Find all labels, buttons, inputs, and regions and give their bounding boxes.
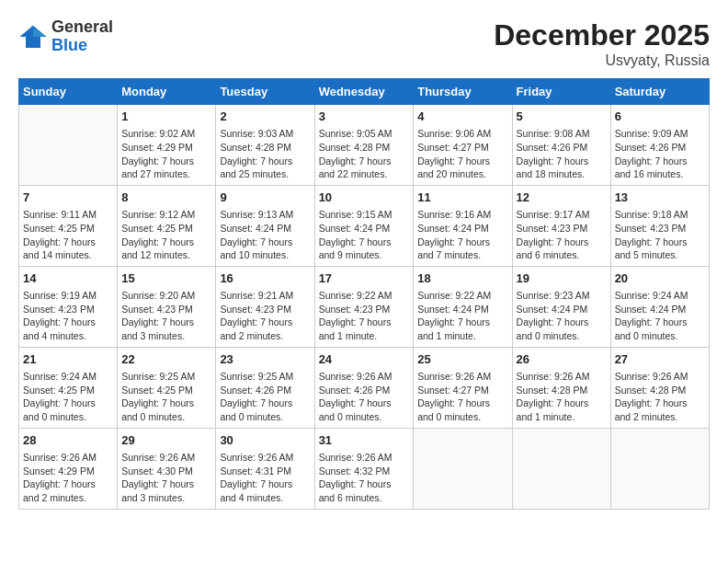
calendar-cell: [610, 428, 709, 509]
calendar-cell: [414, 428, 512, 509]
calendar-cell: 3Sunrise: 9:05 AM Sunset: 4:28 PM Daylig…: [314, 105, 414, 186]
logo-general: General: [51, 17, 113, 36]
day-info: Sunrise: 9:03 AM Sunset: 4:28 PM Dayligh…: [220, 127, 310, 181]
logo: General Blue: [18, 18, 113, 55]
calendar-cell: 12Sunrise: 9:17 AM Sunset: 4:23 PM Dayli…: [512, 185, 610, 266]
day-number: 15: [121, 270, 211, 287]
day-info: Sunrise: 9:26 AM Sunset: 4:30 PM Dayligh…: [121, 451, 211, 505]
calendar-cell: 4Sunrise: 9:06 AM Sunset: 4:27 PM Daylig…: [414, 105, 512, 186]
day-number: 18: [417, 270, 507, 287]
calendar-cell: 31Sunrise: 9:26 AM Sunset: 4:32 PM Dayli…: [314, 428, 414, 509]
day-info: Sunrise: 9:08 AM Sunset: 4:26 PM Dayligh…: [517, 127, 607, 181]
calendar-cell: 15Sunrise: 9:20 AM Sunset: 4:23 PM Dayli…: [118, 266, 216, 347]
calendar-cell: 23Sunrise: 9:25 AM Sunset: 4:26 PM Dayli…: [216, 347, 314, 428]
calendar-week-row: 14Sunrise: 9:19 AM Sunset: 4:23 PM Dayli…: [19, 266, 710, 347]
day-number: 10: [319, 190, 410, 206]
calendar-cell: 18Sunrise: 9:22 AM Sunset: 4:24 PM Dayli…: [414, 266, 512, 347]
calendar-cell: 20Sunrise: 9:24 AM Sunset: 4:24 PM Dayli…: [610, 266, 709, 347]
day-number: 1: [121, 109, 211, 125]
calendar-cell: 21Sunrise: 9:24 AM Sunset: 4:25 PM Dayli…: [19, 347, 118, 428]
day-info: Sunrise: 9:11 AM Sunset: 4:25 PM Dayligh…: [23, 208, 113, 262]
calendar-cell: 27Sunrise: 9:26 AM Sunset: 4:28 PM Dayli…: [610, 347, 709, 428]
day-info: Sunrise: 9:15 AM Sunset: 4:24 PM Dayligh…: [319, 208, 410, 262]
day-number: 3: [319, 109, 410, 125]
calendar-cell: 29Sunrise: 9:26 AM Sunset: 4:30 PM Dayli…: [118, 428, 216, 509]
calendar-week-row: 21Sunrise: 9:24 AM Sunset: 4:25 PM Dayli…: [19, 347, 710, 428]
day-info: Sunrise: 9:26 AM Sunset: 4:32 PM Dayligh…: [319, 451, 410, 505]
day-info: Sunrise: 9:26 AM Sunset: 4:28 PM Dayligh…: [517, 370, 607, 424]
day-info: Sunrise: 9:26 AM Sunset: 4:31 PM Dayligh…: [220, 451, 310, 505]
day-number: 4: [417, 109, 507, 125]
day-info: Sunrise: 9:26 AM Sunset: 4:28 PM Dayligh…: [615, 370, 705, 424]
logo-icon: [18, 22, 48, 52]
day-number: 29: [121, 432, 211, 449]
calendar-cell: [512, 428, 610, 509]
calendar-header-tuesday: Tuesday: [216, 79, 314, 105]
day-info: Sunrise: 9:22 AM Sunset: 4:23 PM Dayligh…: [319, 289, 410, 343]
day-number: 16: [220, 270, 310, 287]
day-info: Sunrise: 9:09 AM Sunset: 4:26 PM Dayligh…: [615, 127, 705, 181]
calendar-cell: 17Sunrise: 9:22 AM Sunset: 4:23 PM Dayli…: [314, 266, 414, 347]
calendar-cell: 25Sunrise: 9:26 AM Sunset: 4:27 PM Dayli…: [414, 347, 512, 428]
day-number: 17: [319, 270, 410, 287]
day-number: 23: [220, 351, 310, 368]
day-info: Sunrise: 9:26 AM Sunset: 4:26 PM Dayligh…: [319, 370, 410, 424]
day-number: 25: [417, 351, 507, 368]
calendar-cell: 26Sunrise: 9:26 AM Sunset: 4:28 PM Dayli…: [512, 347, 610, 428]
day-number: 26: [517, 351, 607, 368]
calendar-cell: 6Sunrise: 9:09 AM Sunset: 4:26 PM Daylig…: [610, 105, 709, 186]
calendar-week-row: 7Sunrise: 9:11 AM Sunset: 4:25 PM Daylig…: [19, 185, 710, 266]
day-number: 2: [220, 109, 310, 125]
day-number: 30: [220, 432, 310, 449]
calendar-cell: 14Sunrise: 9:19 AM Sunset: 4:23 PM Dayli…: [19, 266, 118, 347]
calendar-cell: [19, 105, 118, 186]
day-info: Sunrise: 9:24 AM Sunset: 4:25 PM Dayligh…: [23, 370, 113, 424]
calendar-header-friday: Friday: [512, 79, 610, 105]
day-number: 28: [23, 432, 113, 449]
day-number: 22: [121, 351, 211, 368]
day-number: 6: [615, 109, 705, 125]
day-number: 19: [517, 270, 607, 287]
calendar-week-row: 1Sunrise: 9:02 AM Sunset: 4:29 PM Daylig…: [19, 105, 710, 186]
day-number: 20: [615, 270, 705, 287]
day-number: 27: [615, 351, 705, 368]
day-info: Sunrise: 9:25 AM Sunset: 4:26 PM Dayligh…: [220, 370, 310, 424]
day-info: Sunrise: 9:06 AM Sunset: 4:27 PM Dayligh…: [417, 127, 507, 181]
calendar-cell: 13Sunrise: 9:18 AM Sunset: 4:23 PM Dayli…: [610, 185, 709, 266]
day-number: 8: [121, 190, 211, 206]
day-info: Sunrise: 9:20 AM Sunset: 4:23 PM Dayligh…: [121, 289, 211, 343]
day-info: Sunrise: 9:19 AM Sunset: 4:23 PM Dayligh…: [23, 289, 113, 343]
title-block: December 2025 Usvyaty, Russia: [494, 18, 710, 69]
calendar-table: SundayMondayTuesdayWednesdayThursdayFrid…: [18, 78, 710, 510]
calendar-cell: 2Sunrise: 9:03 AM Sunset: 4:28 PM Daylig…: [216, 105, 314, 186]
day-info: Sunrise: 9:25 AM Sunset: 4:25 PM Dayligh…: [121, 370, 211, 424]
logo-text: General Blue: [51, 18, 113, 55]
calendar-cell: 22Sunrise: 9:25 AM Sunset: 4:25 PM Dayli…: [118, 347, 216, 428]
day-info: Sunrise: 9:02 AM Sunset: 4:29 PM Dayligh…: [121, 127, 211, 181]
day-info: Sunrise: 9:22 AM Sunset: 4:24 PM Dayligh…: [417, 289, 507, 343]
calendar-cell: 24Sunrise: 9:26 AM Sunset: 4:26 PM Dayli…: [314, 347, 414, 428]
day-number: 14: [23, 270, 113, 287]
page-header: General Blue December 2025 Usvyaty, Russ…: [18, 18, 710, 69]
calendar-cell: 10Sunrise: 9:15 AM Sunset: 4:24 PM Dayli…: [314, 185, 414, 266]
calendar-header-sunday: Sunday: [19, 79, 118, 105]
logo-blue: Blue: [51, 36, 87, 54]
calendar-cell: 9Sunrise: 9:13 AM Sunset: 4:24 PM Daylig…: [216, 185, 314, 266]
day-info: Sunrise: 9:16 AM Sunset: 4:24 PM Dayligh…: [417, 208, 507, 262]
day-info: Sunrise: 9:05 AM Sunset: 4:28 PM Dayligh…: [319, 127, 410, 181]
calendar-cell: 16Sunrise: 9:21 AM Sunset: 4:23 PM Dayli…: [216, 266, 314, 347]
calendar-cell: 11Sunrise: 9:16 AM Sunset: 4:24 PM Dayli…: [414, 185, 512, 266]
day-number: 11: [417, 190, 507, 206]
day-info: Sunrise: 9:18 AM Sunset: 4:23 PM Dayligh…: [615, 208, 705, 262]
calendar-header-row: SundayMondayTuesdayWednesdayThursdayFrid…: [19, 79, 710, 105]
day-info: Sunrise: 9:21 AM Sunset: 4:23 PM Dayligh…: [220, 289, 310, 343]
calendar-cell: 1Sunrise: 9:02 AM Sunset: 4:29 PM Daylig…: [118, 105, 216, 186]
day-number: 24: [319, 351, 410, 368]
day-number: 12: [517, 190, 607, 206]
day-number: 5: [517, 109, 607, 125]
location: Usvyaty, Russia: [494, 52, 710, 69]
day-info: Sunrise: 9:12 AM Sunset: 4:25 PM Dayligh…: [121, 208, 211, 262]
calendar-cell: 28Sunrise: 9:26 AM Sunset: 4:29 PM Dayli…: [19, 428, 118, 509]
month-title: December 2025: [494, 18, 710, 52]
day-info: Sunrise: 9:23 AM Sunset: 4:24 PM Dayligh…: [517, 289, 607, 343]
